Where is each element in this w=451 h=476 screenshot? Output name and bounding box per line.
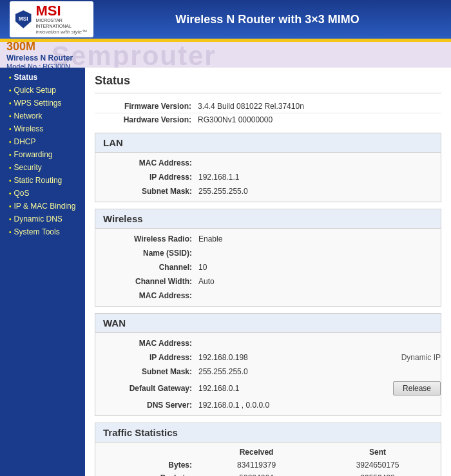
traffic-section-header: Traffic Statistics xyxy=(95,423,441,443)
wireless-section: Wireless Wireless Radio: Enable Name (SS… xyxy=(95,209,441,307)
wireless-radio-label: Wireless Radio: xyxy=(95,234,198,243)
bullet-icon: • xyxy=(9,190,12,197)
model-no-label: Model No.: xyxy=(6,62,41,68)
traffic-packets-sent: 39553488 xyxy=(314,471,441,476)
sidebar-label-ddns: Dynamic DNS xyxy=(14,214,62,224)
traffic-packets-received: 50804064 xyxy=(198,471,314,476)
wan-gateway-label: Default Gateway: xyxy=(95,384,198,393)
wireless-width-label: Channel Width: xyxy=(95,277,198,286)
lan-section-body: MAC Address: IP Address: 192.168.1.1 Sub… xyxy=(95,153,441,202)
sidebar-item-static-routing[interactable]: • Static Routing xyxy=(0,174,85,187)
bullet-icon: • xyxy=(9,203,12,210)
lan-section: LAN MAC Address: IP Address: 192.168.1.1… xyxy=(95,133,441,202)
sidebar-item-system-tools[interactable]: • System Tools xyxy=(0,225,85,238)
bullet-icon: • xyxy=(9,138,12,146)
wan-subnet-row: Subnet Mask: 255.255.255.0 xyxy=(95,365,441,379)
hardware-value: RG300Nv1 00000000 xyxy=(198,115,273,124)
logo-msi-text: MSI xyxy=(35,4,88,18)
sidebar-item-quick-setup[interactable]: • Quick Setup xyxy=(0,84,85,97)
logo-text: MSI MICROSTAR INTERNATIONAL innovation w… xyxy=(35,4,88,35)
sidebar-label-wps: WPS Settings xyxy=(14,99,62,108)
wan-gateway-value: 192.168.0.1 xyxy=(198,384,367,393)
hardware-row: Hardware Version: RG300Nv1 00000000 xyxy=(95,113,441,126)
sidebar-label-qos: QoS xyxy=(14,189,30,198)
lan-mac-row: MAC Address: xyxy=(95,156,441,170)
sidebar-label-ip-mac: IP & MAC Binding xyxy=(14,202,76,211)
bullet-icon: • xyxy=(9,74,12,81)
wan-section-header: WAN xyxy=(95,314,441,333)
sidebar-label-wireless: Wireless xyxy=(14,124,44,133)
lan-subnet-value: 255.255.255.0 xyxy=(198,187,248,196)
wan-ip-row: IP Address: 192.168.0.198 Dynamic IP xyxy=(95,350,441,365)
bullet-icon: • xyxy=(9,87,12,94)
page-title: Status xyxy=(95,74,441,93)
wan-mac-label: MAC Address: xyxy=(95,339,198,348)
lan-subnet-label: Subnet Mask: xyxy=(95,187,198,196)
bullet-icon: • xyxy=(9,151,12,158)
bullet-icon: • xyxy=(9,177,12,184)
wireless-channel-value: 10 xyxy=(198,263,207,272)
wan-mac-row: MAC Address: xyxy=(95,336,441,350)
wireless-width-value: Auto xyxy=(198,277,215,286)
wan-ip-value: 192.168.0.198 xyxy=(198,353,389,362)
traffic-bytes-received: 834119379 xyxy=(198,459,314,471)
traffic-sent-header: Sent xyxy=(314,446,441,459)
header-title: Wireless N Router with 3×3 MIMO xyxy=(93,13,441,26)
lan-subnet-row: Subnet Mask: 255.255.255.0 xyxy=(95,184,441,198)
sidebar-item-qos[interactable]: • QoS xyxy=(0,187,85,200)
logo-tagline: innovation with style™ xyxy=(35,29,88,35)
firmware-row: Firmware Version: 3.4.4 Build 081022 Rel… xyxy=(95,100,441,113)
bullet-icon: • xyxy=(9,126,12,133)
watermark-text: Semprouter xyxy=(52,42,216,68)
sidebar-label-forwarding: Forwarding xyxy=(14,150,53,159)
sidebar-item-ip-mac-binding[interactable]: • IP & MAC Binding xyxy=(0,200,85,213)
wan-dns-row: DNS Server: 192.168.0.1 , 0.0.0.0 xyxy=(95,398,441,412)
bullet-icon: • xyxy=(9,164,12,171)
traffic-empty-header xyxy=(95,446,198,459)
sidebar-item-forwarding[interactable]: • Forwarding xyxy=(0,148,85,161)
sidebar-item-dynamic-dns[interactable]: • Dynamic DNS xyxy=(0,213,85,225)
wireless-section-body: Wireless Radio: Enable Name (SSID): Chan… xyxy=(95,229,441,306)
bullet-icon: • xyxy=(9,229,12,236)
firmware-label: Firmware Version: xyxy=(95,102,198,111)
sidebar-item-security[interactable]: • Security xyxy=(0,161,85,174)
lan-ip-label: IP Address: xyxy=(95,173,198,182)
sidebar-label-quick-setup: Quick Setup xyxy=(14,86,56,95)
traffic-bytes-sent: 3924650175 xyxy=(314,459,441,471)
sidebar-item-network[interactable]: • Network xyxy=(0,109,85,122)
wan-dns-label: DNS Server: xyxy=(95,401,198,410)
wireless-mac-label: MAC Address: xyxy=(95,291,198,300)
header: MSI MSI MICROSTAR INTERNATIONAL innovati… xyxy=(0,0,451,39)
wan-subnet-label: Subnet Mask: xyxy=(95,367,198,376)
wan-subnet-value: 255.255.255.0 xyxy=(198,367,248,376)
svg-text:MSI: MSI xyxy=(19,16,28,22)
bullet-icon: • xyxy=(9,100,12,107)
wireless-ssid-row: Name (SSID): xyxy=(95,246,441,260)
sidebar-item-status[interactable]: • Status xyxy=(0,71,85,84)
firmware-value: 3.4.4 Build 081022 Rel.37410n xyxy=(198,102,304,111)
sidebar-label-dhcp: DHCP xyxy=(14,137,36,146)
model-type: Wireless N Router xyxy=(6,53,73,62)
lan-section-header: LAN xyxy=(95,133,441,153)
hardware-label: Hardware Version: xyxy=(95,115,198,124)
release-button[interactable]: Release xyxy=(393,381,441,395)
bullet-icon: • xyxy=(9,216,12,223)
wan-section-body: MAC Address: IP Address: 192.168.0.198 D… xyxy=(95,333,441,415)
sidebar-item-wps-settings[interactable]: • WPS Settings xyxy=(0,97,85,109)
wan-ip-label: IP Address: xyxy=(95,353,198,362)
wan-gateway-row: Default Gateway: 192.168.0.1 Release xyxy=(95,379,441,398)
sidebar-item-dhcp[interactable]: • DHCP xyxy=(0,135,85,148)
wireless-mac-row: MAC Address: xyxy=(95,289,441,303)
logo-full-text: MICROSTAR INTERNATIONAL xyxy=(35,18,88,29)
traffic-received-header: Received xyxy=(198,446,314,459)
model-speed: 300M xyxy=(6,42,73,53)
sidebar-item-wireless[interactable]: • Wireless xyxy=(0,122,85,135)
sidebar-label-network: Network xyxy=(14,111,43,120)
sidebar-label-status: Status xyxy=(14,73,38,82)
lan-mac-label: MAC Address: xyxy=(95,158,198,167)
traffic-packets-label: Packets: xyxy=(95,471,198,476)
model-number: Model No.: RG300N xyxy=(6,62,73,68)
wireless-ssid-label: Name (SSID): xyxy=(95,249,198,258)
traffic-packets-row: Packets: 50804064 39553488 xyxy=(95,471,441,476)
watermark-bar: 300M Wireless N Router Model No.: RG300N… xyxy=(0,42,451,68)
